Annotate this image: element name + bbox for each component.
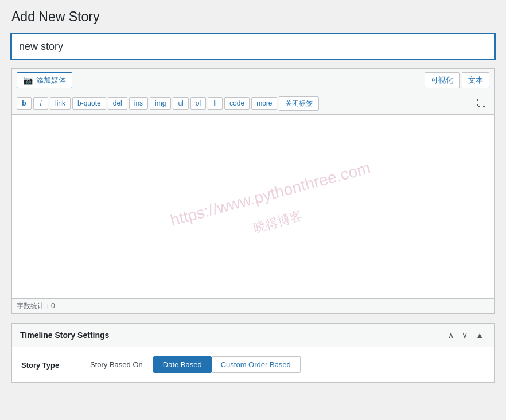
- story-title-input[interactable]: [11, 34, 495, 59]
- story-type-row: Story Type Story Based On Date Based Cus…: [21, 356, 485, 373]
- format-btn-bquote[interactable]: b-quote: [72, 97, 106, 110]
- settings-up-button[interactable]: ∧: [446, 329, 456, 341]
- format-btn-del[interactable]: del: [108, 97, 127, 110]
- fullscreen-button[interactable]: ⛶: [473, 95, 489, 111]
- format-toolbar: b i link b-quote del ins img ul ol li co…: [12, 92, 494, 115]
- add-media-label: 添加媒体: [36, 75, 66, 85]
- page-title: Add New Story: [11, 9, 495, 25]
- story-based-on-label: Story Based On: [90, 360, 143, 369]
- tab-text[interactable]: 文本: [462, 72, 489, 88]
- format-btn-ul[interactable]: ul: [173, 97, 188, 110]
- format-btn-close-tag[interactable]: 关闭标签: [279, 96, 319, 111]
- fullscreen-icon: ⛶: [477, 98, 486, 108]
- format-btn-img[interactable]: img: [150, 97, 171, 110]
- format-btn-b[interactable]: b: [17, 97, 32, 110]
- date-based-button[interactable]: Date Based: [153, 356, 212, 373]
- format-btn-code[interactable]: code: [224, 97, 250, 110]
- view-tabs: 可视化 文本: [425, 72, 489, 88]
- add-media-icon: 📷: [23, 76, 33, 85]
- settings-panel: Timeline Story Settings ∧ ∨ ▲ Story Type…: [11, 323, 495, 383]
- story-based-row: Story Based On Date Based Custom Order B…: [90, 356, 485, 373]
- word-count-value: 0: [51, 302, 55, 310]
- tab-visual[interactable]: 可视化: [425, 72, 460, 88]
- settings-title: Timeline Story Settings: [20, 330, 109, 340]
- format-btn-ins[interactable]: ins: [129, 97, 148, 110]
- editor-area: 📷 添加媒体 可视化 文本 b i link b-quote del ins i…: [11, 68, 495, 314]
- format-btn-link[interactable]: link: [50, 97, 71, 110]
- editor-toolbar-top: 📷 添加媒体 可视化 文本: [12, 69, 494, 92]
- story-type-label: Story Type: [21, 356, 79, 370]
- format-btn-ol[interactable]: ol: [190, 97, 206, 110]
- format-btn-i[interactable]: i: [33, 97, 48, 110]
- watermark: https://www.pythonthree.com 晓得博客: [166, 152, 380, 261]
- story-type-button-group: Date Based Custom Order Based: [153, 356, 301, 373]
- word-count-bar: 字数统计：0: [12, 298, 494, 313]
- settings-body: Story Type Story Based On Date Based Cus…: [12, 347, 494, 382]
- watermark-brand: 晓得博客: [175, 183, 381, 261]
- custom-order-based-button[interactable]: Custom Order Based: [212, 356, 301, 373]
- watermark-url: https://www.pythonthree.com: [166, 152, 374, 236]
- settings-content: Story Based On Date Based Custom Order B…: [90, 356, 485, 373]
- format-btn-li[interactable]: li: [208, 97, 223, 110]
- settings-controls: ∧ ∨ ▲: [446, 329, 486, 341]
- format-btn-more[interactable]: more: [251, 97, 277, 110]
- add-media-button[interactable]: 📷 添加媒体: [17, 72, 72, 88]
- editor-content[interactable]: https://www.pythonthree.com 晓得博客: [12, 115, 494, 298]
- settings-header: Timeline Story Settings ∧ ∨ ▲: [12, 324, 494, 347]
- page-wrapper: Add New Story 📷 添加媒体 可视化 文本 b i link b-q…: [0, 0, 506, 420]
- word-count-label: 字数统计：: [17, 302, 51, 310]
- settings-down-button[interactable]: ∨: [460, 329, 470, 341]
- settings-collapse-button[interactable]: ▲: [473, 329, 486, 341]
